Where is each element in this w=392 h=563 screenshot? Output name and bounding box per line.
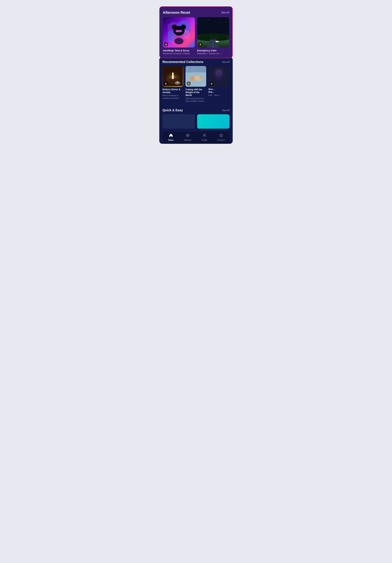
profile-icon: [202, 133, 207, 138]
svg-point-57: [204, 134, 205, 136]
svg-rect-42: [187, 67, 188, 72]
coping-title: Coping with the Weight of the World: [185, 88, 206, 97]
afternoon-media-row: 🔒 mau5trap: flow & focus deadmau5 & frie…: [163, 17, 229, 55]
quick-item-2[interactable]: [197, 114, 230, 129]
collections-title: Recommended Collections: [162, 60, 204, 64]
svg-point-5: [181, 25, 186, 30]
svg-point-53: [217, 72, 221, 76]
quick-title: Quick & Easy: [162, 108, 183, 112]
mau5trap-subtitle: deadmau5 & friends • Playlist: [163, 52, 195, 55]
nav-home[interactable]: Home: [166, 133, 176, 141]
svg-point-9: [184, 30, 190, 39]
section-divider: [162, 106, 230, 106]
afternoon-title: Afternoon Reset: [163, 11, 190, 15]
svg-point-39: [177, 81, 178, 83]
emergency-calm-subtitle: Meditation • Tamara Lev: [197, 52, 229, 55]
quick-header: Quick & Easy See All: [162, 108, 230, 112]
svg-point-14: [221, 19, 221, 19]
home-icon: [169, 133, 173, 138]
svg-point-15: [226, 22, 226, 22]
reduce-stress-title: Reduce Stress & Anxiety: [162, 88, 183, 94]
svg-point-54: [216, 77, 222, 80]
svg-point-7: [174, 38, 183, 44]
svg-rect-41: [185, 66, 206, 72]
discover-icon: [186, 133, 190, 138]
nav-discover[interactable]: Discover: [183, 133, 193, 141]
collection-item-reduce-stress[interactable]: 🔒 Reduce Stress & Anxiety Relieve feelin…: [162, 66, 183, 102]
meditation-desc: Expl… life-d…: [209, 94, 229, 97]
coping-lock: 🔒: [187, 82, 191, 85]
quick-see-all[interactable]: See All: [222, 109, 230, 112]
svg-rect-6: [176, 30, 182, 32]
afternoon-see-all[interactable]: See All: [221, 11, 229, 14]
quick-easy-section: Quick & Easy See All: [162, 108, 230, 131]
svg-point-55: [186, 134, 189, 137]
meditation-thumbnail: 🔒: [209, 66, 229, 87]
reduce-stress-desc: Relieve feelings of anxiety and tension: [162, 94, 183, 100]
emergency-calm-title: Emergency Calm: [197, 49, 229, 52]
mau5trap-thumbnail: 🔒: [163, 17, 195, 48]
svg-point-4: [172, 25, 177, 30]
reduce-stress-lock: 🔒: [164, 82, 168, 85]
home-label: Home: [168, 139, 173, 141]
emergency-calm-lock: 🔒: [198, 42, 202, 46]
svg-point-29: [218, 42, 219, 43]
quick-thumb-2: [197, 114, 230, 129]
svg-rect-44: [194, 67, 194, 72]
phone-container: Afternoon Reset See All: [159, 6, 233, 144]
emergency-calm-info: Emergency Calm Meditation • Tamara Lev: [197, 49, 229, 55]
collections-header: Recommended Collections See All: [162, 60, 230, 64]
meditation-title: Med…Beg…: [209, 88, 229, 93]
mau5trap-lock: 🔒: [164, 42, 168, 46]
quick-item-1[interactable]: [162, 114, 195, 129]
svg-point-37: [172, 73, 173, 75]
quick-thumb-1: [162, 114, 195, 129]
collection-item-coping[interactable]: 🔒 Coping with the Weight of the World Ta…: [185, 66, 206, 102]
svg-point-17: [220, 23, 220, 23]
svg-point-13: [215, 21, 215, 21]
svg-point-16: [205, 24, 205, 24]
premium-label: Premium: [217, 139, 225, 141]
nav-profile[interactable]: Profile: [200, 133, 209, 141]
media-item-emergency-calm[interactable]: 🔒 Emergency Calm Meditation • Tamara Lev: [197, 17, 229, 55]
svg-point-56: [187, 135, 188, 136]
collection-item-meditation[interactable]: 🔒 Med…Beg… Expl… life-d…: [209, 66, 229, 102]
svg-point-30: [218, 41, 219, 42]
meditation-lock: 🔒: [210, 82, 214, 85]
premium-icon: [219, 133, 223, 138]
svg-rect-43: [190, 67, 191, 72]
bottom-navigation: Home Discover Profile: [162, 131, 230, 144]
emergency-calm-thumbnail: 🔒: [197, 17, 229, 48]
profile-label: Profile: [202, 139, 207, 141]
afternoon-reset-card: Afternoon Reset See All: [159, 6, 233, 58]
coping-desc: Talks and practices to help navigate unc…: [185, 97, 206, 103]
svg-point-11: [202, 20, 202, 21]
recommended-collections-section: Recommended Collections See All: [162, 60, 230, 102]
collections-row: 🔒 Reduce Stress & Anxiety Relieve feelin…: [162, 66, 230, 102]
reduce-stress-thumbnail: 🔒: [162, 66, 183, 87]
afternoon-header: Afternoon Reset See All: [163, 11, 229, 15]
bottom-card: Recommended Collections See All: [159, 57, 233, 144]
nav-premium[interactable]: Premium: [216, 133, 226, 141]
collections-see-all[interactable]: See All: [222, 61, 230, 63]
discover-label: Discover: [184, 139, 191, 141]
svg-point-28: [215, 42, 216, 43]
quick-row: [162, 114, 230, 131]
mau5trap-title: mau5trap: flow & focus: [163, 49, 195, 52]
media-item-mau5trap[interactable]: 🔒 mau5trap: flow & focus deadmau5 & frie…: [163, 17, 195, 55]
svg-rect-35: [172, 75, 174, 79]
coping-thumbnail: 🔒: [185, 66, 206, 87]
mau5trap-art: [168, 19, 190, 46]
mau5trap-info: mau5trap: flow & focus deadmau5 & friend…: [163, 49, 195, 55]
svg-point-12: [208, 19, 209, 20]
